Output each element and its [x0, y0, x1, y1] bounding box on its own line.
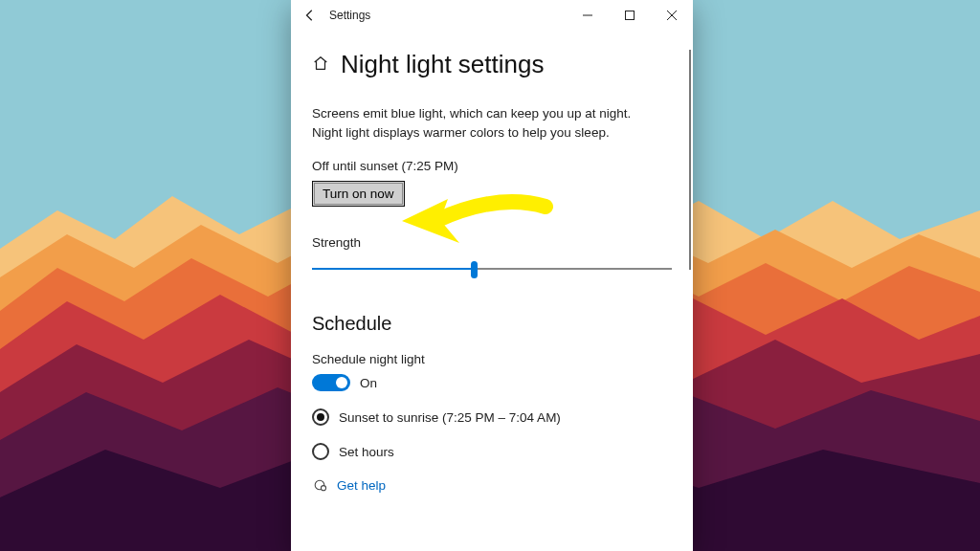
schedule-toggle-state: On	[360, 376, 377, 390]
page-title: Night light settings	[341, 50, 544, 79]
radio-set-hours[interactable]: Set hours	[312, 443, 672, 460]
close-button[interactable]	[651, 0, 693, 31]
schedule-toggle-label: Schedule night light	[312, 352, 672, 366]
status-text: Off until sunset (7:25 PM)	[312, 159, 672, 173]
strength-slider[interactable]	[312, 259, 672, 278]
radio-label: Set hours	[339, 445, 394, 459]
radio-label: Sunset to sunrise (7:25 PM – 7:04 AM)	[339, 410, 561, 425]
home-icon[interactable]	[312, 55, 329, 76]
app-title: Settings	[329, 9, 370, 22]
help-icon	[312, 477, 327, 493]
settings-window: Settings Night light settings Screens em…	[291, 0, 693, 551]
schedule-toggle[interactable]	[312, 374, 350, 391]
radio-icon	[312, 408, 329, 426]
turn-on-now-button[interactable]: Turn on now	[312, 181, 405, 207]
radio-icon	[312, 443, 329, 460]
scrollbar[interactable]	[689, 50, 691, 270]
strength-label: Strength	[312, 235, 672, 250]
schedule-heading: Schedule	[312, 313, 672, 335]
slider-thumb[interactable]	[471, 261, 478, 278]
back-button[interactable]	[291, 0, 329, 31]
content-area: Night light settings Screens emit blue l…	[291, 31, 693, 551]
svg-point-3	[321, 486, 325, 491]
get-help-link[interactable]: Get help	[337, 478, 386, 493]
titlebar: Settings	[291, 0, 693, 31]
radio-sunset-to-sunrise[interactable]: Sunset to sunrise (7:25 PM – 7:04 AM)	[312, 408, 672, 426]
svg-rect-1	[626, 11, 635, 20]
page-description: Screens emit blue light, which can keep …	[312, 104, 657, 142]
minimize-button[interactable]	[567, 0, 609, 31]
maximize-button[interactable]	[609, 0, 651, 31]
